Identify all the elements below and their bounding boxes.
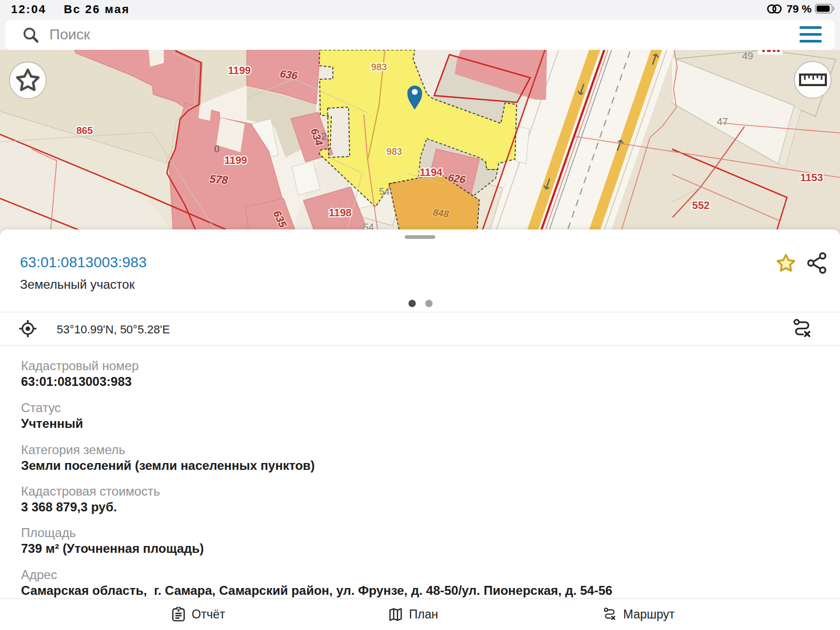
svg-text:2: 2 [321, 131, 327, 142]
svg-text:1199: 1199 [228, 65, 250, 76]
svg-text:47: 47 [717, 116, 728, 127]
svg-text:49: 49 [742, 50, 753, 61]
svg-text:1199: 1199 [224, 154, 247, 166]
svg-text:0: 0 [214, 144, 219, 154]
svg-text:54: 54 [379, 186, 390, 197]
svg-text:865: 865 [76, 125, 93, 136]
svg-text:1153: 1153 [800, 172, 823, 183]
svg-text:848: 848 [433, 207, 450, 219]
svg-text:1198: 1198 [329, 207, 351, 218]
svg-text:983: 983 [386, 146, 402, 157]
svg-text:552: 552 [692, 200, 709, 211]
svg-text:1194: 1194 [419, 166, 443, 178]
svg-text:578: 578 [209, 173, 228, 186]
svg-text:983: 983 [371, 62, 387, 72]
